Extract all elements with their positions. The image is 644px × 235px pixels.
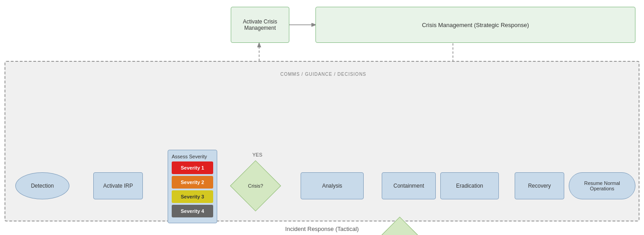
eradication-node: Eradication bbox=[440, 172, 499, 199]
severity-4-item: Severity 4 bbox=[172, 205, 213, 217]
diagram-container: Activate Crisis Management Crisis Manage… bbox=[0, 0, 644, 235]
yes-label: YES bbox=[252, 152, 262, 157]
tactical-footer-label: Incident Response (Tactical) bbox=[0, 226, 644, 232]
severity-2-item: Severity 2 bbox=[172, 176, 213, 189]
activate-crisis-box: Activate Crisis Management bbox=[231, 7, 289, 43]
severity-1-item: Severity 1 bbox=[172, 161, 213, 174]
resume-normal-ops-node: Resume Normal Operations bbox=[569, 172, 635, 199]
analysis-node: Analysis bbox=[301, 172, 364, 199]
crisis-management-box: Crisis Management (Strategic Response) bbox=[315, 7, 635, 43]
containment-node: Containment bbox=[382, 172, 436, 199]
comms-guidance-label: COMMS / GUIDANCE / DECISIONS bbox=[280, 72, 366, 77]
severity-3-item: Severity 3 bbox=[172, 190, 213, 203]
assess-severity-label: Assess Severity bbox=[172, 154, 213, 159]
tactical-area: COMMS / GUIDANCE / DECISIONS Detection A… bbox=[5, 61, 639, 221]
crisis-diamond: Crisis? bbox=[238, 168, 274, 204]
recovery-node: Recovery bbox=[515, 172, 564, 199]
activate-irp-node: Activate IRP bbox=[93, 172, 143, 199]
activate-crisis-label: Activate Crisis Management bbox=[243, 18, 277, 31]
assess-severity-container: Assess Severity Severity 1 Severity 2 Se… bbox=[168, 150, 217, 223]
crisis-mgmt-label: Crisis Management (Strategic Response) bbox=[422, 22, 529, 28]
detection-node: Detection bbox=[15, 172, 69, 199]
